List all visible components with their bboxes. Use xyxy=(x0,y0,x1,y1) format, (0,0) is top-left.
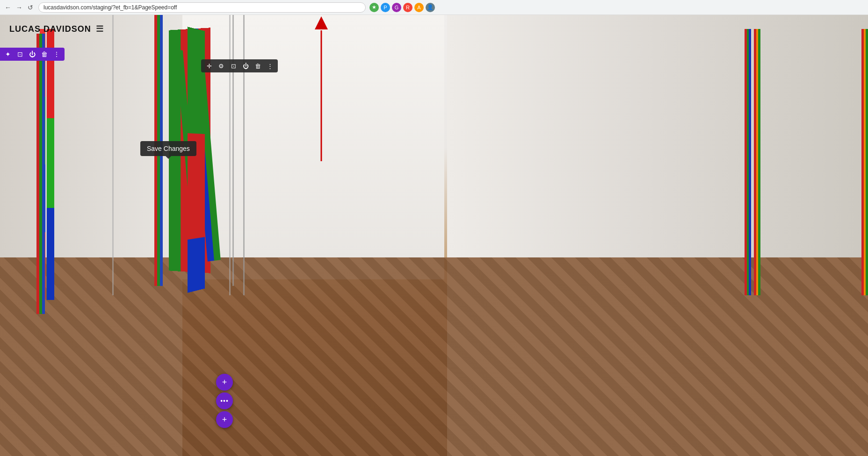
site-header: LUCAS DAVIDSON ☰ xyxy=(0,15,868,43)
profile-icon[interactable]: 👤 xyxy=(426,3,435,12)
pole-2 xyxy=(229,15,231,295)
center-delete-icon[interactable]: 🗑 xyxy=(253,62,262,70)
back-button[interactable]: ← xyxy=(4,3,12,12)
extension-icon-3[interactable]: G xyxy=(392,3,401,12)
center-settings-icon[interactable]: ⚙ xyxy=(217,62,225,70)
left-toolbar-power-icon[interactable]: ⏻ xyxy=(28,50,36,58)
save-changes-tooltip[interactable]: Save Changes xyxy=(140,141,196,156)
gallery-scene xyxy=(0,15,868,456)
hamburger-menu[interactable]: ☰ xyxy=(96,24,104,34)
forward-button[interactable]: → xyxy=(15,3,23,12)
pole-3 xyxy=(243,15,245,295)
dots-icon: ••• xyxy=(220,397,229,405)
refresh-button[interactable]: ↺ xyxy=(26,3,35,12)
center-power-icon[interactable]: ⏻ xyxy=(241,62,250,70)
pole-right-1 xyxy=(232,15,234,286)
plus-bot-icon: + xyxy=(222,415,227,425)
site-logo: LUCAS DAVIDSON ☰ xyxy=(9,24,104,34)
artwork-far-right-1 xyxy=(745,29,751,295)
extension-icon-4[interactable]: R xyxy=(403,3,412,12)
left-toolbar-move-icon[interactable]: ✦ xyxy=(4,50,12,58)
left-toolbar: ✦ ⊡ ⏻ 🗑 ⋮ xyxy=(0,48,65,61)
pole-1 xyxy=(112,15,114,295)
artwork-edge-right xyxy=(861,29,868,295)
center-layout-icon[interactable]: ⊡ xyxy=(229,62,238,70)
url-text: lucasdavidson.com/staging/?et_fb=1&PageS… xyxy=(43,4,177,11)
extension-icon-5[interactable]: A xyxy=(414,3,424,12)
extension-icon-1[interactable]: ★ xyxy=(369,3,379,12)
browser-chrome: ← → ↺ lucasdavidson.com/staging/?et_fb=1… xyxy=(0,0,868,15)
browser-nav: ← → ↺ xyxy=(4,3,35,12)
browser-icons: ★ P G R A 👤 xyxy=(369,3,435,12)
extension-icon-2[interactable]: P xyxy=(381,3,390,12)
arrow-line xyxy=(321,30,322,161)
address-bar[interactable]: lucasdavidson.com/staging/?et_fb=1&PageS… xyxy=(38,2,366,13)
options-button[interactable]: ••• xyxy=(216,392,233,409)
save-changes-label: Save Changes xyxy=(147,145,190,152)
plus-top-icon: + xyxy=(222,378,227,387)
bottom-controls: + ••• + xyxy=(216,374,233,428)
center-more-icon[interactable]: ⋮ xyxy=(266,62,274,70)
artwork-far-right-2 xyxy=(754,29,760,295)
page-area: LUCAS DAVIDSON ☰ ✦ ⊡ ⏻ 🗑 ⋮ ✛ ⚙ ⊡ ⏻ 🗑 ⋮ S… xyxy=(0,15,868,456)
add-section-bottom-button[interactable]: + xyxy=(216,411,233,428)
left-toolbar-more-icon[interactable]: ⋮ xyxy=(52,50,61,58)
arrow-head xyxy=(315,16,328,29)
red-arrow-annotation xyxy=(320,16,322,161)
center-toolbar: ✛ ⚙ ⊡ ⏻ 🗑 ⋮ xyxy=(201,59,278,72)
logo-text: LUCAS DAVIDSON xyxy=(9,24,91,34)
add-section-top-button[interactable]: + xyxy=(216,374,233,391)
artwork-left-small xyxy=(47,29,54,300)
gallery-floor xyxy=(0,257,868,456)
center-move-icon[interactable]: ✛ xyxy=(205,62,213,70)
artwork-left-stripe xyxy=(36,34,45,314)
left-toolbar-delete-icon[interactable]: 🗑 xyxy=(40,50,49,58)
left-toolbar-layout-icon[interactable]: ⊡ xyxy=(16,50,24,58)
wall-center xyxy=(182,15,444,279)
